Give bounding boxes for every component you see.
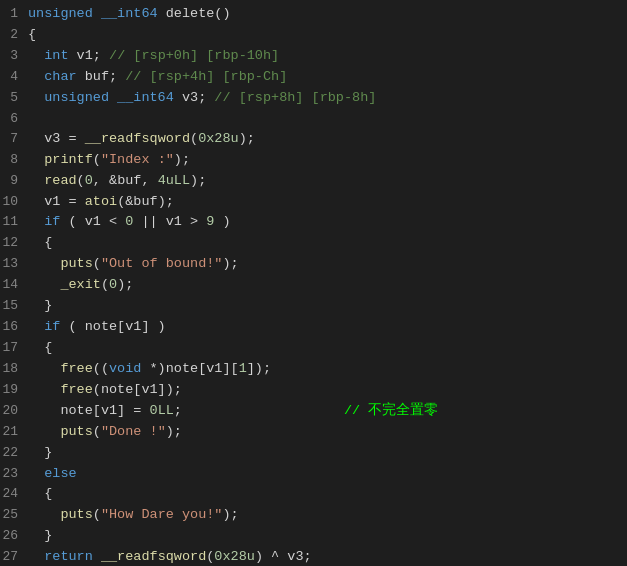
- code-line: 11 if ( v1 < 0 || v1 > 9 ): [0, 212, 627, 233]
- token: ) ^ v3;: [255, 549, 312, 564]
- code-line: 19 free(note[v1]);: [0, 380, 627, 401]
- line-number: 1: [0, 4, 28, 24]
- line-number: 25: [0, 505, 28, 525]
- code-line: 21 puts("Done !");: [0, 422, 627, 443]
- line-content: char buf; // [rsp+4h] [rbp-Ch]: [28, 67, 627, 88]
- token: 1: [239, 361, 247, 376]
- line-content: {: [28, 484, 627, 505]
- code-line: 7 v3 = __readfsqword(0x28u);: [0, 129, 627, 150]
- line-content: puts("Out of bound!");: [28, 254, 627, 275]
- token: ( v1 <: [60, 214, 125, 229]
- token: void: [109, 361, 141, 376]
- line-number: 7: [0, 129, 28, 149]
- line-content: }: [28, 526, 627, 547]
- token: (: [93, 424, 101, 439]
- token: 0: [85, 173, 93, 188]
- token: "How Dare you!": [101, 507, 223, 522]
- line-number: 23: [0, 464, 28, 484]
- line-content: if ( v1 < 0 || v1 > 9 ): [28, 212, 627, 233]
- line-number: 19: [0, 380, 28, 400]
- token: "Out of bound!": [101, 256, 223, 271]
- token: (: [101, 277, 109, 292]
- token: puts: [60, 256, 92, 271]
- line-number: 15: [0, 296, 28, 316]
- token: [28, 214, 44, 229]
- token: {: [28, 340, 52, 355]
- token: , &buf,: [93, 173, 158, 188]
- line-content: v3 = __readfsqword(0x28u);: [28, 129, 627, 150]
- code-container: 1unsigned __int64 delete()2{3 int v1; //…: [0, 0, 627, 566]
- token: ((: [93, 361, 109, 376]
- line-number: 5: [0, 88, 28, 108]
- token: );: [222, 507, 238, 522]
- token: puts: [60, 424, 92, 439]
- token: );: [239, 131, 255, 146]
- line-content: unsigned __int64 v3; // [rsp+8h] [rbp-8h…: [28, 88, 627, 109]
- token: (: [93, 152, 101, 167]
- code-line: 12 {: [0, 233, 627, 254]
- code-line: 23 else: [0, 464, 627, 485]
- token: delete(): [158, 6, 231, 21]
- line-content: puts("How Dare you!");: [28, 505, 627, 526]
- code-line: 20 note[v1] = 0LL; // 不完全置零: [0, 401, 627, 422]
- token: else: [44, 466, 76, 481]
- token: ]);: [247, 361, 271, 376]
- token: [28, 424, 60, 439]
- token: [93, 549, 101, 564]
- line-number: 17: [0, 338, 28, 358]
- line-content: {: [28, 25, 627, 46]
- line-number: 11: [0, 212, 28, 232]
- token: 0LL: [150, 403, 174, 418]
- token: {: [28, 235, 52, 250]
- token: {: [28, 486, 52, 501]
- code-line: 6: [0, 109, 627, 129]
- token: [28, 152, 44, 167]
- token: );: [222, 256, 238, 271]
- code-line: 18 free((void *)note[v1][1]);: [0, 359, 627, 380]
- token: [28, 361, 60, 376]
- token: (&buf);: [117, 194, 174, 209]
- line-content: if ( note[v1] ): [28, 317, 627, 338]
- code-line: 26 }: [0, 526, 627, 547]
- token: "Index :": [101, 152, 174, 167]
- code-line: 24 {: [0, 484, 627, 505]
- line-content: return __readfsqword(0x28u) ^ v3;: [28, 547, 627, 566]
- token: puts: [60, 507, 92, 522]
- code-lines: 1unsigned __int64 delete()2{3 int v1; //…: [0, 4, 627, 566]
- token: ( note[v1] ): [60, 319, 165, 334]
- line-number: 20: [0, 401, 28, 421]
- line-number: 4: [0, 67, 28, 87]
- line-number: 18: [0, 359, 28, 379]
- line-content: puts("Done !");: [28, 422, 627, 443]
- token: 0: [109, 277, 117, 292]
- token: ;: [174, 403, 182, 418]
- token: __readfsqword: [101, 549, 206, 564]
- token: v3 =: [28, 131, 85, 146]
- code-line: 14 _exit(0);: [0, 275, 627, 296]
- token: }: [28, 298, 52, 313]
- token: __readfsqword: [85, 131, 190, 146]
- token: v1 =: [28, 194, 85, 209]
- token: (: [93, 256, 101, 271]
- code-line: 25 puts("How Dare you!");: [0, 505, 627, 526]
- token: return: [44, 549, 93, 564]
- line-content: }: [28, 443, 627, 464]
- line-content: printf("Index :");: [28, 150, 627, 171]
- token: );: [190, 173, 206, 188]
- line-number: 26: [0, 526, 28, 546]
- token: if: [44, 319, 60, 334]
- token: read: [44, 173, 76, 188]
- token: [28, 173, 44, 188]
- token: );: [166, 424, 182, 439]
- token: [28, 507, 60, 522]
- line-number: 8: [0, 150, 28, 170]
- token: }: [28, 528, 52, 543]
- line-content: free(note[v1]);: [28, 380, 627, 401]
- line-content: _exit(0);: [28, 275, 627, 296]
- token: {: [28, 27, 36, 42]
- token: [28, 256, 60, 271]
- line-content: free((void *)note[v1][1]);: [28, 359, 627, 380]
- code-line: 13 puts("Out of bound!");: [0, 254, 627, 275]
- code-line: 9 read(0, &buf, 4uLL);: [0, 171, 627, 192]
- code-line: 3 int v1; // [rsp+0h] [rbp-10h]: [0, 46, 627, 67]
